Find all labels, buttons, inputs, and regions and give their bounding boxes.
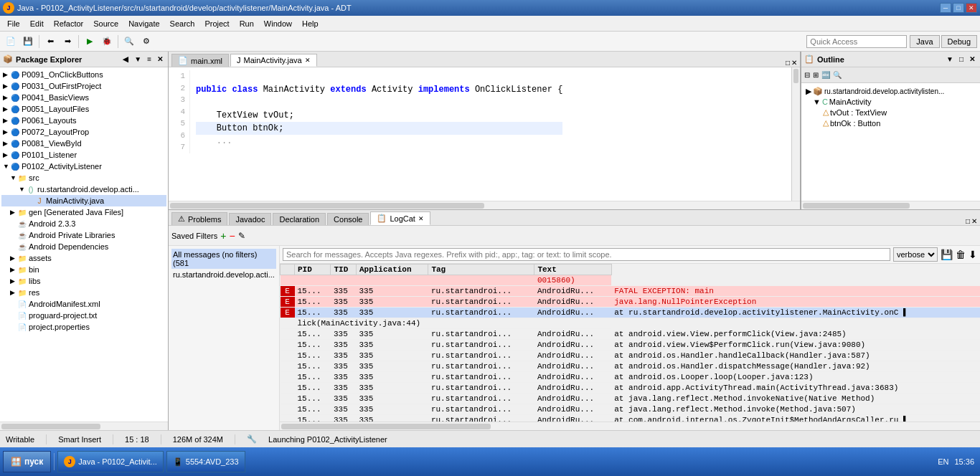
outline-close-btn[interactable]: ✕ — [967, 54, 977, 64]
menu-refactor[interactable]: Refactor — [50, 18, 88, 29]
toolbar-btn-run[interactable]: ▶ — [82, 34, 98, 49]
outline-item[interactable]: ▼CMainActivity — [804, 97, 977, 107]
close-button[interactable]: ✕ — [966, 3, 977, 13]
outline-item[interactable]: ▶📦ru.startandroid.develop.activitylisten… — [804, 86, 977, 97]
list-item[interactable]: ▶📁bin — [1, 264, 166, 275]
logcat-add-filter-btn[interactable]: + — [220, 230, 226, 242]
tab-main-xml[interactable]: 📄 main.xml — [171, 54, 229, 67]
taskbar-item-avd[interactable]: 📱 5554:AVD_233 — [166, 451, 245, 472]
package-explorer-menu-btn[interactable]: ≡ — [145, 54, 154, 64]
list-item[interactable]: ▶🔵P0031_OutFirstProject — [1, 80, 166, 92]
logcat-save-btn[interactable]: 💾 — [941, 249, 953, 260]
bottom-close-btn[interactable]: ✕ — [971, 217, 977, 225]
tab-declaration[interactable]: Declaration — [273, 213, 326, 225]
list-item[interactable]: ▶🔵P0091_OnClickButtons — [1, 69, 166, 80]
outline-filter-btn[interactable]: 🔍 — [833, 71, 842, 79]
tab-close-icon[interactable]: ✕ — [418, 215, 424, 222]
minimize-button[interactable]: ─ — [940, 3, 951, 13]
outline-collapse-btn[interactable]: ⊟ — [804, 71, 810, 79]
menu-help[interactable]: Help — [298, 18, 323, 29]
list-item[interactable]: ▶📁res — [1, 287, 166, 298]
package-explorer-expand-btn[interactable]: ▼ — [132, 54, 143, 64]
package-explorer-collapse-btn[interactable]: ◀ — [121, 54, 131, 64]
package-explorer-close-btn[interactable]: ✕ — [155, 54, 165, 64]
table-row[interactable]: 15... 335 335 ru.startandroi... AndroidR… — [281, 329, 981, 340]
list-item[interactable]: ▶📁libs — [1, 275, 166, 287]
logcat-level-select[interactable]: verbose debug info warn error — [893, 247, 938, 262]
tab-console[interactable]: Console — [327, 213, 369, 225]
java-perspective-button[interactable]: Java — [910, 35, 939, 48]
menu-source[interactable]: Source — [89, 18, 123, 29]
list-item[interactable]: JMainActivity.java — [1, 195, 166, 206]
toolbar-btn-back[interactable]: ⬅ — [42, 34, 58, 49]
logcat-table-area[interactable]: PID TID Application Tag Text — [280, 264, 980, 422]
tab-mainactivity-java[interactable]: J MainActivity.java ✕ — [230, 54, 317, 67]
outline-menu-btn[interactable]: ▼ — [944, 54, 956, 64]
menu-window[interactable]: Window — [260, 18, 296, 29]
table-row[interactable]: lick(MainActivity.java:44) — [281, 318, 981, 329]
toolbar-btn-save[interactable]: 💾 — [20, 34, 36, 49]
menu-navigate[interactable]: Navigate — [124, 18, 164, 29]
menu-edit[interactable]: Edit — [26, 18, 48, 29]
outline-maximize-btn[interactable]: □ — [957, 54, 966, 64]
toolbar-btn-new[interactable]: 📄 — [3, 34, 19, 49]
list-item[interactable]: 📄project.properties — [1, 321, 166, 333]
logcat-filter-ru[interactable]: ru.startandroid.develop.acti... — [171, 269, 276, 280]
list-item[interactable]: ☕Android Private Libraries — [1, 229, 166, 241]
table-row[interactable]: 15... 335 335 ru.startandroi... AndroidR… — [281, 340, 981, 351]
editor-code-area[interactable]: 1234567 public class MainActivity extend… — [169, 67, 800, 201]
list-item[interactable]: ▶🔵P0072_LayoutProp — [1, 126, 166, 138]
logcat-filter-all[interactable]: All messages (no filters) (581 — [171, 249, 276, 269]
outline-sort-btn[interactable]: 🔤 — [821, 71, 830, 79]
list-item[interactable]: ▶📁gen [Generated Java Files] — [1, 206, 166, 218]
editor-maximize-btn[interactable]: □ — [786, 59, 790, 67]
toolbar-btn-fwd[interactable]: ➡ — [60, 34, 75, 49]
table-row[interactable]: E 15... 335 335 ru.startandroi... Androi… — [281, 308, 981, 318]
editor-vertical-scrollbar[interactable] — [791, 67, 800, 201]
logcat-edit-filter-btn[interactable]: ✎ — [238, 231, 245, 241]
bottom-maximize-btn[interactable]: □ — [966, 217, 970, 225]
toolbar-btn-debug[interactable]: 🐞 — [99, 34, 115, 49]
debug-perspective-button[interactable]: Debug — [941, 35, 977, 48]
toolbar-btn-search[interactable]: 🔍 — [121, 34, 137, 49]
menu-run[interactable]: Run — [235, 18, 258, 29]
list-item[interactable]: 📄AndroidManifest.xml — [1, 298, 166, 310]
table-row[interactable]: E 15... 335 335 ru.startandroi... Androi… — [281, 286, 981, 297]
table-row[interactable]: 15... 335 335 ru.startandroi... AndroidR… — [281, 394, 981, 404]
list-item[interactable]: ▼📁src — [1, 172, 166, 184]
table-row[interactable]: 0015860) — [281, 275, 981, 286]
logcat-search-input[interactable] — [283, 248, 890, 261]
editor-horizontal-scrollbar[interactable] — [169, 201, 800, 209]
table-row[interactable]: 15... 335 335 ru.startandroi... AndroidR… — [281, 404, 981, 415]
tab-problems[interactable]: ⚠ Problems — [171, 212, 227, 225]
list-item[interactable]: ▶🔵P0041_BasicViews — [1, 92, 166, 103]
outline-expand-btn[interactable]: ⊞ — [813, 71, 819, 79]
table-row[interactable]: 15... 335 335 ru.startandroi... AndroidR… — [281, 351, 981, 361]
tab-javadoc[interactable]: Javadoc — [229, 213, 271, 225]
list-item[interactable]: ▶🔵P0061_Layouts — [1, 115, 166, 126]
list-item[interactable]: ▼()ru.startandroid.develop.acti... — [1, 184, 166, 195]
tab-logcat[interactable]: 📋 LogCat ✕ — [370, 211, 430, 225]
list-item[interactable]: ☕Android 2.3.3 — [1, 218, 166, 229]
table-row[interactable]: E 15... 335 335 ru.startandroi... Androi… — [281, 297, 981, 308]
logcat-clear-btn[interactable]: 🗑 — [956, 249, 966, 260]
quick-access-input[interactable] — [806, 35, 907, 48]
table-row[interactable]: 15... 335 335 ru.startandroi... AndroidR… — [281, 372, 981, 383]
code-content[interactable]: public class MainActivity extends Activi… — [190, 70, 562, 153]
list-item[interactable]: 📄proguard-project.txt — [1, 310, 166, 321]
menu-search[interactable]: Search — [166, 18, 199, 29]
editor-close-btn[interactable]: ✕ — [791, 59, 797, 67]
table-row[interactable]: 15... 335 335 ru.startandroi... AndroidR… — [281, 383, 981, 394]
table-row[interactable]: 15... 335 335 ru.startandroi... AndroidR… — [281, 361, 981, 372]
logcat-remove-filter-btn[interactable]: − — [229, 230, 235, 242]
table-row[interactable]: 15... 335 335 ru.startandroi... AndroidR… — [281, 415, 981, 422]
toolbar-btn-settings[interactable]: ⚙ — [138, 34, 154, 49]
logcat-scrollbar-h[interactable] — [280, 422, 980, 430]
list-item[interactable]: ▶🔵P0051_LayoutFiles — [1, 103, 166, 115]
menu-file[interactable]: File — [3, 18, 24, 29]
outline-item[interactable]: △tvOut : TextView — [804, 107, 977, 118]
outline-item[interactable]: △btnOk : Button — [804, 118, 977, 128]
list-item[interactable]: ▶📁assets — [1, 252, 166, 264]
logcat-scroll-btn[interactable]: ⬇ — [969, 249, 977, 260]
menu-project[interactable]: Project — [200, 18, 233, 29]
